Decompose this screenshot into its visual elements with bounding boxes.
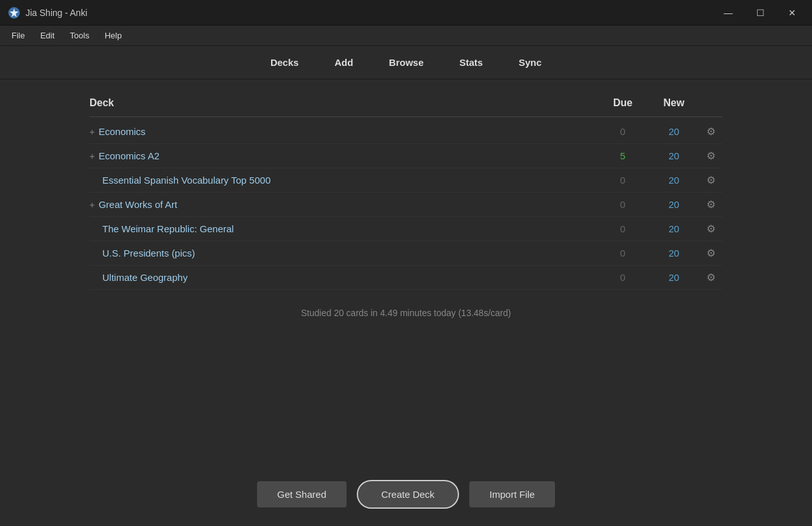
menu-bar: File Edit Tools Help — [0, 26, 812, 46]
table-row[interactable]: + Economics 0 20 ⚙ — [90, 120, 722, 144]
menu-help[interactable]: Help — [98, 28, 129, 43]
table-row[interactable]: + Economics A2 5 20 ⚙ — [90, 144, 722, 168]
menu-tools[interactable]: Tools — [63, 28, 95, 43]
deck-due-weimar: 0 — [597, 223, 648, 234]
deck-due-geography: 0 — [597, 272, 648, 283]
gear-icon-economics-a2[interactable]: ⚙ — [699, 150, 722, 162]
deck-name-spanish: Essential Spanish Vocabulary Top 5000 — [90, 175, 597, 186]
deck-new-economics-a2: 20 — [648, 150, 699, 161]
title-controls: — ☐ ✕ — [714, 3, 807, 23]
deck-due-economics-a2: 5 — [597, 150, 648, 161]
col-new-label: New — [648, 97, 699, 109]
title-bar: Jia Shing - Anki — ☐ ✕ — [0, 0, 812, 26]
table-row[interactable]: Essential Spanish Vocabulary Top 5000 0 … — [90, 168, 722, 193]
import-file-button[interactable]: Import File — [469, 481, 556, 507]
toolbar-decks[interactable]: Decks — [263, 53, 306, 72]
deck-name-economics-a2: + Economics A2 — [90, 150, 597, 161]
gear-icon-presidents[interactable]: ⚙ — [699, 247, 722, 259]
gear-icon-spanish[interactable]: ⚙ — [699, 174, 722, 186]
gear-icon-geography[interactable]: ⚙ — [699, 271, 722, 283]
deck-name-economics: + Economics — [90, 126, 597, 137]
deck-name-art: + Great Works of Art — [90, 199, 597, 210]
deck-due-presidents: 0 — [597, 248, 648, 259]
deck-header: Deck Due New — [90, 92, 722, 117]
deck-new-geography: 20 — [648, 272, 699, 283]
close-button[interactable]: ✕ — [777, 3, 807, 23]
gear-icon-economics[interactable]: ⚙ — [699, 125, 722, 138]
menu-file[interactable]: File — [5, 28, 31, 43]
app-icon — [8, 6, 20, 19]
app-title: Jia Shing - Anki — [26, 8, 88, 18]
create-deck-button[interactable]: Create Deck — [357, 480, 458, 509]
deck-new-art: 20 — [648, 199, 699, 210]
maximize-button[interactable]: ☐ — [746, 3, 775, 23]
toolbar-stats[interactable]: Stats — [452, 53, 491, 72]
get-shared-button[interactable]: Get Shared — [257, 481, 347, 507]
deck-name-presidents: U.S. Presidents (pics) — [90, 248, 597, 259]
title-left: Jia Shing - Anki — [8, 6, 88, 19]
deck-due-spanish: 0 — [597, 175, 648, 186]
table-row[interactable]: U.S. Presidents (pics) 0 20 ⚙ — [90, 241, 722, 266]
minimize-button[interactable]: — — [714, 3, 743, 23]
deck-new-economics: 20 — [648, 126, 699, 137]
col-due-label: Due — [597, 97, 648, 109]
bottom-area: Get Shared Create Deck Import File — [0, 462, 812, 526]
gear-icon-weimar[interactable]: ⚙ — [699, 223, 722, 235]
table-row[interactable]: The Weimar Republic: General 0 20 ⚙ — [90, 217, 722, 241]
deck-name-weimar: The Weimar Republic: General — [90, 223, 597, 234]
deck-new-presidents: 20 — [648, 248, 699, 259]
deck-due-art: 0 — [597, 199, 648, 210]
deck-due-economics: 0 — [597, 126, 648, 137]
menu-edit[interactable]: Edit — [34, 28, 61, 43]
deck-new-weimar: 20 — [648, 223, 699, 234]
toolbar-browse[interactable]: Browse — [381, 53, 431, 72]
col-deck-label: Deck — [90, 97, 597, 109]
toolbar-add[interactable]: Add — [327, 53, 361, 72]
deck-name-geography: Ultimate Geography — [90, 272, 597, 283]
toolbar: Decks Add Browse Stats Sync — [0, 46, 812, 79]
deck-new-spanish: 20 — [648, 175, 699, 186]
table-row[interactable]: + Great Works of Art 0 20 ⚙ — [90, 193, 722, 217]
gear-icon-art[interactable]: ⚙ — [699, 198, 722, 211]
deck-list: + Economics 0 20 ⚙ + Economics A2 5 20 ⚙… — [90, 120, 722, 290]
toolbar-sync[interactable]: Sync — [511, 53, 549, 72]
stats-line: Studied 20 cards in 4.49 minutes today (… — [90, 308, 722, 318]
main-content: Deck Due New + Economics 0 20 ⚙ + Econom… — [0, 79, 812, 331]
table-row[interactable]: Ultimate Geography 0 20 ⚙ — [90, 266, 722, 290]
